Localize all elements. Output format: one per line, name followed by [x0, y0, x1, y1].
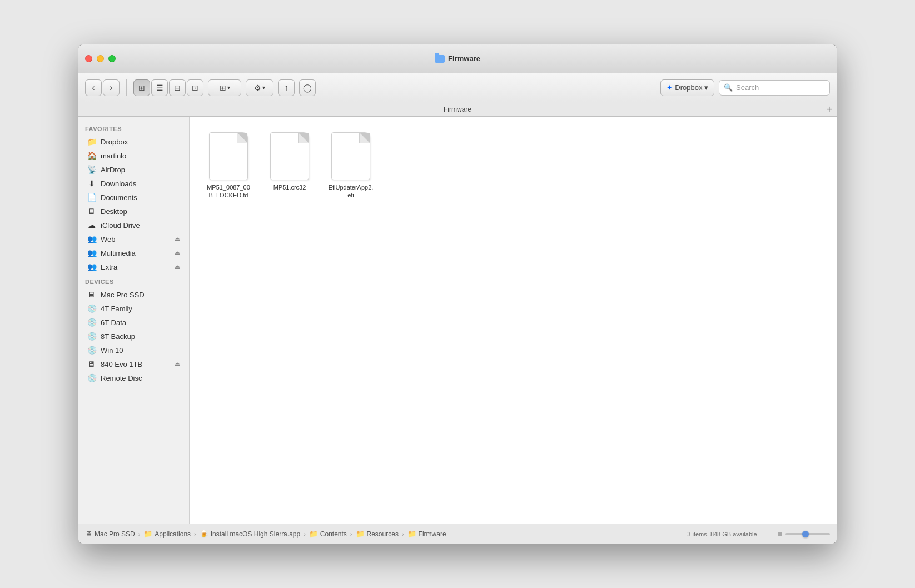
- sidebar-item-documents[interactable]: 📄 Documents: [81, 191, 187, 204]
- breadcrumb-arrow-4: ›: [350, 531, 352, 537]
- breadcrumb-contents-label: Contents: [320, 530, 347, 538]
- sidebar-martinlo-label: martinlo: [101, 152, 180, 160]
- forward-button[interactable]: ›: [103, 79, 120, 96]
- tag-button[interactable]: ◯: [299, 79, 316, 96]
- file-name-1: MP51.crc32: [273, 183, 306, 191]
- file-item-0[interactable]: MP51_0087_00B_LOCKED.fd: [201, 128, 256, 204]
- breadcrumb-contents[interactable]: 📁 Contents: [309, 530, 347, 538]
- separator-1: [126, 79, 127, 96]
- sidebar-item-dropbox[interactable]: 📁 Dropbox: [81, 135, 187, 148]
- breadcrumb-resources-icon: 📁: [356, 530, 365, 538]
- multimedia-eject-icon[interactable]: ⏏: [175, 250, 180, 257]
- breadcrumb-applications-icon: 📁: [143, 530, 152, 538]
- column-view-button[interactable]: ⊟: [169, 79, 186, 96]
- zoom-min-icon: [778, 532, 782, 536]
- sidebar-item-840evo[interactable]: 🖥 840 Evo 1TB ⏏: [81, 357, 187, 371]
- zoom-slider-thumb: [802, 531, 809, 537]
- sidebar-item-mac-pro-ssd[interactable]: 🖥 Mac Pro SSD: [81, 288, 187, 301]
- sidebar-4t-family-label: 4T Family: [101, 305, 180, 313]
- coverflow-view-icon: ⊡: [192, 83, 198, 92]
- view-dropdown-button[interactable]: ⊞ ▾: [208, 79, 241, 96]
- file-name-2: EfiUpdaterApp2.efi: [327, 183, 374, 200]
- sidebar-downloads-label: Downloads: [101, 180, 180, 188]
- breadcrumb-applications[interactable]: 📁 Applications: [143, 530, 191, 538]
- 4t-family-icon: 💿: [87, 304, 96, 313]
- status-text: 3 items, 848 GB available: [667, 531, 778, 537]
- breadcrumb-mac-pro-ssd[interactable]: 🖥 Mac Pro SSD: [85, 530, 135, 538]
- web-eject-icon[interactable]: ⏏: [175, 236, 180, 243]
- breadcrumb-computer-icon: 🖥: [85, 530, 92, 538]
- sidebar-mac-pro-ssd-label: Mac Pro SSD: [101, 291, 180, 299]
- sidebar-dropbox-label: Dropbox: [101, 138, 180, 146]
- sidebar-item-extra[interactable]: 👥 Extra ⏏: [81, 260, 187, 273]
- sidebar-840evo-label: 840 Evo 1TB: [101, 360, 170, 368]
- 840evo-eject-icon[interactable]: ⏏: [175, 361, 180, 368]
- close-button[interactable]: [85, 55, 92, 62]
- breadcrumb-firmware-icon: 📁: [407, 530, 416, 538]
- actions-dropdown-arrow-icon: ▾: [262, 84, 265, 91]
- zoom-slider-area: [778, 532, 830, 536]
- breadcrumb-mac-pro-ssd-label: Mac Pro SSD: [95, 530, 135, 538]
- share-button[interactable]: ↑: [278, 79, 295, 96]
- breadcrumb-arrow-2: ›: [194, 531, 196, 537]
- sidebar-desktop-label: Desktop: [101, 207, 180, 216]
- list-view-button[interactable]: ☰: [151, 79, 168, 96]
- breadcrumb-app-icon: 🍺: [200, 530, 208, 538]
- extra-icon: 👥: [87, 262, 96, 271]
- window-controls: [85, 55, 116, 62]
- file-item-1[interactable]: MP51.crc32: [262, 128, 317, 204]
- main-content: Favorites 📁 Dropbox 🏠 martinlo 📡 AirDrop…: [78, 117, 837, 524]
- breadcrumb-install-macos[interactable]: 🍺 Install macOS High Sierra.app: [200, 530, 300, 538]
- sidebar-item-desktop[interactable]: 🖥 Desktop: [81, 205, 187, 218]
- back-button[interactable]: ‹: [85, 79, 102, 96]
- dropbox-button[interactable]: ✦ Dropbox ▾: [660, 79, 714, 96]
- search-placeholder: Search: [736, 83, 759, 92]
- sidebar-item-4t-family[interactable]: 💿 4T Family: [81, 302, 187, 315]
- sidebar: Favorites 📁 Dropbox 🏠 martinlo 📡 AirDrop…: [78, 117, 190, 524]
- sidebar-item-6t-data[interactable]: 💿 6T Data: [81, 316, 187, 329]
- sidebar-item-win10[interactable]: 💿 Win 10: [81, 343, 187, 357]
- ssd-icon: 🖥: [87, 290, 96, 299]
- breadcrumb-firmware-label: Firmware: [419, 530, 446, 538]
- column-view-icon: ⊟: [174, 83, 181, 92]
- documents-icon: 📄: [87, 193, 96, 202]
- breadcrumb-arrow-5: ›: [402, 531, 404, 537]
- grid-icon: ⊞: [220, 83, 226, 92]
- file-icon-2: [331, 132, 370, 180]
- coverflow-view-button[interactable]: ⊡: [187, 79, 203, 96]
- window-title: Firmware: [448, 54, 480, 63]
- sidebar-item-multimedia[interactable]: 👥 Multimedia ⏏: [81, 246, 187, 260]
- breadcrumb-arrow-1: ›: [138, 531, 141, 537]
- breadcrumb-resources-label: Resources: [367, 530, 399, 538]
- zoom-slider[interactable]: [785, 533, 830, 535]
- file-item-2[interactable]: EfiUpdaterApp2.efi: [323, 128, 379, 204]
- win10-icon: 💿: [87, 346, 96, 355]
- breadcrumb-resources[interactable]: 📁 Resources: [356, 530, 399, 538]
- file-grid: MP51_0087_00B_LOCKED.fd MP51.crc32 EfiUp…: [201, 128, 826, 204]
- toolbar: ‹ › ⊞ ☰ ⊟ ⊡ ⊞ ▾ ⚙ ▾: [78, 73, 837, 102]
- breadcrumb-firmware[interactable]: 📁 Firmware: [407, 530, 446, 538]
- sidebar-item-airdrop[interactable]: 📡 AirDrop: [81, 163, 187, 176]
- dropdown-arrow-icon: ▾: [227, 84, 230, 91]
- sidebar-extra-label: Extra: [101, 263, 170, 271]
- extra-eject-icon[interactable]: ⏏: [175, 263, 180, 271]
- sidebar-win10-label: Win 10: [101, 346, 180, 355]
- actions-button[interactable]: ⚙ ▾: [246, 79, 273, 96]
- titlebar: Firmware: [78, 44, 837, 73]
- sidebar-item-web[interactable]: 👥 Web ⏏: [81, 232, 187, 246]
- sidebar-item-icloud[interactable]: ☁ iCloud Drive: [81, 218, 187, 232]
- sidebar-item-remote-disc[interactable]: 💿 Remote Disc: [81, 371, 187, 385]
- sidebar-item-downloads[interactable]: ⬇ Downloads: [81, 177, 187, 190]
- add-tab-button[interactable]: +: [826, 104, 832, 114]
- maximize-button[interactable]: [108, 55, 116, 62]
- finder-window: Firmware ‹ › ⊞ ☰ ⊟ ⊡: [78, 44, 837, 544]
- gear-icon: ⚙: [254, 83, 261, 92]
- search-bar[interactable]: 🔍 Search: [719, 80, 830, 96]
- sidebar-item-martinlo[interactable]: 🏠 martinlo: [81, 149, 187, 162]
- sidebar-item-8t-backup[interactable]: 💿 8T Backup: [81, 330, 187, 343]
- icon-view-button[interactable]: ⊞: [133, 79, 150, 96]
- devices-section-label: Devices: [78, 274, 189, 287]
- minimize-button[interactable]: [97, 55, 104, 62]
- dropbox-sidebar-icon: 📁: [87, 137, 96, 146]
- pathbar-title: Firmware: [85, 106, 830, 113]
